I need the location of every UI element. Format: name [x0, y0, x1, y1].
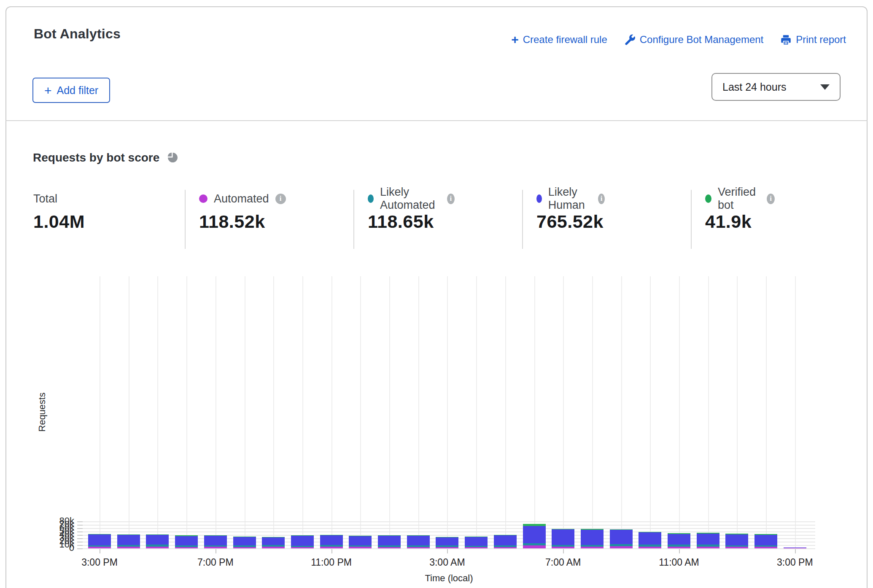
gridline-vertical — [389, 276, 390, 548]
y-axis-tick-mark — [77, 535, 83, 536]
chart-bar[interactable] — [552, 529, 574, 548]
bar-segment-likely-human — [262, 537, 285, 545]
bar-segment-likely-human — [581, 530, 604, 545]
gridline-vertical — [245, 276, 245, 548]
bar-segment-likely-human — [725, 534, 748, 545]
chart-bar[interactable] — [668, 533, 690, 548]
chart-bar[interactable] — [725, 534, 748, 548]
y-axis-title: Requests — [37, 387, 48, 437]
y-axis-tick-mark — [77, 525, 83, 526]
chart-bar[interactable] — [291, 535, 314, 548]
bar-segment-automated — [233, 547, 256, 548]
gridline-vertical — [418, 276, 419, 548]
bar-segment-automated — [725, 547, 748, 548]
x-axis-tick-mark — [100, 549, 100, 553]
bar-segment-likely-human — [697, 534, 719, 545]
bar-segment-likely-human — [523, 526, 546, 543]
x-axis-tick-mark — [447, 549, 448, 553]
x-axis-tick-label: 7:00 AM — [525, 557, 601, 568]
bar-segment-likely-human — [668, 534, 690, 545]
x-axis-tick-label: 3:00 PM — [62, 557, 137, 568]
gridline-vertical — [795, 276, 796, 548]
x-axis-tick-mark — [331, 549, 332, 553]
gridline-vertical — [331, 276, 332, 548]
gridline-vertical — [273, 276, 274, 548]
bar-segment-likely-human — [436, 537, 458, 545]
gridline-vertical — [534, 276, 535, 548]
chart-bar[interactable] — [494, 535, 517, 548]
chart-bar[interactable] — [639, 532, 661, 548]
x-axis-title: Time (local) — [365, 573, 534, 584]
gridline-vertical — [650, 276, 651, 548]
chart-bar[interactable] — [523, 524, 546, 548]
x-axis-tick-label: 3:00 PM — [757, 557, 833, 568]
gridline-vertical — [186, 276, 187, 548]
bar-segment-automated — [436, 547, 458, 548]
gridline-horizontal — [83, 521, 815, 522]
chart-bar[interactable] — [117, 534, 140, 548]
chart-bar[interactable] — [610, 529, 633, 548]
bar-segment-automated — [668, 547, 690, 548]
bar-segment-automated — [349, 547, 372, 548]
x-axis-tick-label: 11:00 PM — [294, 557, 369, 568]
bar-segment-automated — [117, 547, 140, 548]
gridline-vertical — [621, 276, 622, 548]
chart-bar[interactable] — [146, 534, 169, 548]
chart-bar[interactable] — [175, 535, 198, 548]
gridline-vertical — [766, 276, 767, 548]
chart-bar[interactable] — [581, 529, 604, 548]
chart-bar[interactable] — [465, 537, 488, 548]
bar-segment-likely-human — [204, 536, 227, 545]
bar-segment-likely-human — [552, 529, 574, 545]
gridline-vertical — [360, 276, 361, 548]
bar-segment-likely-human — [175, 536, 198, 545]
bar-segment-automated — [204, 547, 227, 548]
x-axis-tick-mark — [795, 549, 796, 553]
chart-bar[interactable] — [88, 534, 111, 548]
chart-bar[interactable] — [320, 535, 343, 548]
gridline-vertical — [129, 276, 129, 548]
bar-segment-likely-human — [378, 536, 401, 545]
bar-segment-likely-human — [349, 536, 372, 545]
bar-segment-automated — [320, 547, 343, 548]
bar-segment-automated — [88, 547, 111, 548]
bar-segment-automated — [784, 548, 806, 548]
chart-bar[interactable] — [407, 535, 430, 548]
gridline-vertical — [100, 276, 100, 548]
y-axis-tick-mark — [77, 542, 83, 542]
bar-segment-likely-human — [465, 537, 488, 546]
chart-bar[interactable] — [262, 537, 285, 548]
bar-segment-likely-human — [639, 532, 661, 545]
chart-bar[interactable] — [784, 548, 806, 548]
bar-segment-likely-human — [610, 530, 633, 544]
requests-by-bot-score-chart: 010k20k30k40k50k60k70k80k3:00 PM7:00 PM1… — [0, 0, 873, 588]
chart-bar[interactable] — [697, 533, 719, 548]
chart-bar[interactable] — [378, 535, 401, 548]
bar-segment-automated — [639, 547, 661, 548]
bar-segment-automated — [754, 547, 777, 548]
gridline-horizontal — [83, 528, 815, 529]
bar-segment-automated — [175, 547, 198, 548]
y-axis-tick-mark — [77, 538, 83, 539]
gridline-vertical — [505, 276, 506, 548]
bar-segment-automated — [262, 547, 285, 548]
bar-segment-likely-human — [146, 535, 169, 545]
gridline-horizontal — [83, 548, 815, 549]
chart-bar[interactable] — [436, 537, 458, 549]
y-axis-tick-mark — [77, 545, 83, 546]
bar-segment-automated — [610, 546, 633, 548]
bar-segment-likely-human — [88, 534, 111, 545]
gridline-horizontal — [83, 531, 815, 532]
chart-bar[interactable] — [349, 536, 372, 548]
y-axis-tick-mark — [77, 531, 83, 532]
bar-segment-automated — [581, 547, 604, 548]
gridline-vertical — [447, 276, 448, 548]
bar-segment-automated — [552, 547, 574, 548]
gridline-vertical — [708, 276, 709, 548]
chart-bar[interactable] — [233, 537, 256, 548]
chart-bar[interactable] — [204, 535, 227, 548]
chart-bar[interactable] — [754, 534, 777, 548]
bar-segment-likely-human — [233, 537, 256, 545]
bar-segment-automated — [523, 545, 546, 548]
gridline-vertical — [302, 276, 303, 548]
